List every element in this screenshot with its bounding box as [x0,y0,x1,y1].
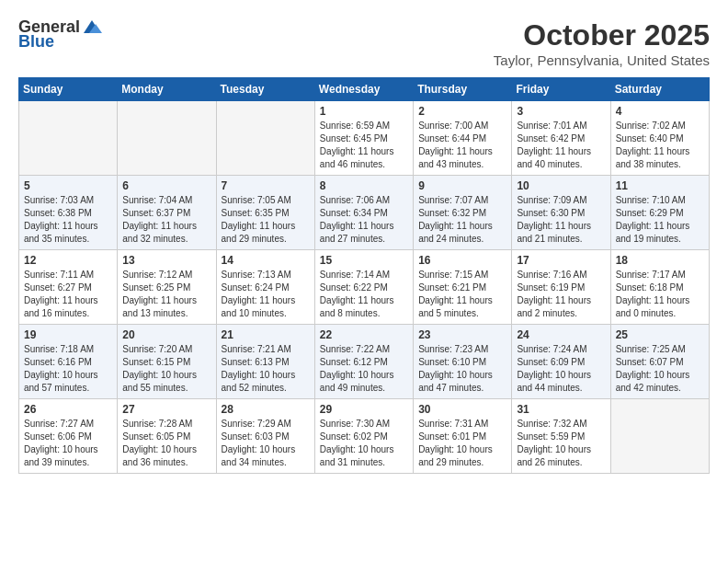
day-number: 13 [122,254,210,267]
day-info: Sunrise: 7:20 AMSunset: 6:15 PMDaylight:… [122,343,210,395]
day-info: Sunrise: 7:27 AMSunset: 6:06 PMDaylight:… [24,418,112,469]
day-info: Sunrise: 7:23 AMSunset: 6:10 PMDaylight:… [418,343,506,395]
day-info: Sunrise: 7:06 AMSunset: 6:34 PMDaylight:… [320,194,408,246]
calendar-cell: 31Sunrise: 7:32 AMSunset: 5:59 PMDayligh… [512,399,610,474]
day-info: Sunrise: 7:01 AMSunset: 6:42 PMDaylight:… [517,120,605,171]
day-info: Sunrise: 7:11 AMSunset: 6:27 PMDaylight:… [24,269,112,320]
calendar-week-row: 26Sunrise: 7:27 AMSunset: 6:06 PMDayligh… [19,399,710,474]
calendar-cell: 8Sunrise: 7:06 AMSunset: 6:34 PMDaylight… [314,176,413,250]
day-info: Sunrise: 7:18 AMSunset: 6:16 PMDaylight:… [24,343,112,395]
calendar-cell: 6Sunrise: 7:04 AMSunset: 6:37 PMDaylight… [118,176,216,250]
calendar-cell: 20Sunrise: 7:20 AMSunset: 6:15 PMDayligh… [118,325,216,399]
calendar-cell: 2Sunrise: 7:00 AMSunset: 6:44 PMDaylight… [414,101,512,176]
calendar-cell: 16Sunrise: 7:15 AMSunset: 6:21 PMDayligh… [414,250,512,325]
calendar-table: Sunday Monday Tuesday Wednesday Thursday… [18,77,710,474]
day-number: 26 [24,403,112,416]
logo-blue: Blue [18,33,54,52]
calendar-cell: 23Sunrise: 7:23 AMSunset: 6:10 PMDayligh… [414,325,512,399]
calendar-cell: 29Sunrise: 7:30 AMSunset: 6:02 PMDayligh… [314,399,413,474]
day-number: 2 [418,105,506,118]
calendar-cell: 3Sunrise: 7:01 AMSunset: 6:42 PMDaylight… [512,101,610,176]
day-number: 22 [320,328,408,341]
title-block: October 2025 Taylor, Pennsylvania, Unite… [494,18,710,68]
day-number: 4 [616,105,704,118]
calendar-cell: 28Sunrise: 7:29 AMSunset: 6:03 PMDayligh… [216,399,314,474]
day-number: 14 [222,254,310,267]
calendar-cell: 14Sunrise: 7:13 AMSunset: 6:24 PMDayligh… [216,250,314,325]
day-info: Sunrise: 7:10 AMSunset: 6:29 PMDaylight:… [616,194,704,246]
day-number: 6 [122,179,210,192]
logo: General Blue [18,18,102,52]
day-number: 17 [517,254,605,267]
calendar-cell [216,101,314,176]
calendar-cell [19,101,118,176]
calendar-cell: 10Sunrise: 7:09 AMSunset: 6:30 PMDayligh… [512,176,610,250]
day-info: Sunrise: 7:32 AMSunset: 5:59 PMDaylight:… [517,418,605,469]
day-number: 30 [418,403,506,416]
calendar-cell: 22Sunrise: 7:22 AMSunset: 6:12 PMDayligh… [314,325,413,399]
day-number: 3 [517,105,605,118]
calendar-cell: 25Sunrise: 7:25 AMSunset: 6:07 PMDayligh… [610,325,709,399]
calendar-week-row: 19Sunrise: 7:18 AMSunset: 6:16 PMDayligh… [19,325,710,399]
location-title: Taylor, Pennsylvania, United States [494,52,710,68]
calendar-cell [118,101,216,176]
day-number: 16 [418,254,506,267]
day-number: 10 [517,179,605,192]
day-info: Sunrise: 7:13 AMSunset: 6:24 PMDaylight:… [222,269,310,320]
header: General Blue October 2025 Taylor, Pennsy… [18,18,710,68]
day-info: Sunrise: 7:03 AMSunset: 6:38 PMDaylight:… [24,194,112,246]
calendar-cell: 4Sunrise: 7:02 AMSunset: 6:40 PMDaylight… [610,101,709,176]
calendar-cell: 21Sunrise: 7:21 AMSunset: 6:13 PMDayligh… [216,325,314,399]
day-number: 20 [122,328,210,341]
day-info: Sunrise: 7:21 AMSunset: 6:13 PMDaylight:… [222,343,310,395]
calendar-cell: 17Sunrise: 7:16 AMSunset: 6:19 PMDayligh… [512,250,610,325]
day-info: Sunrise: 7:17 AMSunset: 6:18 PMDaylight:… [616,269,704,320]
day-number: 31 [517,403,605,416]
calendar-cell: 12Sunrise: 7:11 AMSunset: 6:27 PMDayligh… [19,250,118,325]
day-number: 23 [418,328,506,341]
day-number: 8 [320,179,408,192]
calendar-cell: 26Sunrise: 7:27 AMSunset: 6:06 PMDayligh… [19,399,118,474]
col-saturday: Saturday [610,78,709,101]
calendar-cell: 11Sunrise: 7:10 AMSunset: 6:29 PMDayligh… [610,176,709,250]
day-number: 15 [320,254,408,267]
day-info: Sunrise: 7:15 AMSunset: 6:21 PMDaylight:… [418,269,506,320]
calendar-cell: 24Sunrise: 7:24 AMSunset: 6:09 PMDayligh… [512,325,610,399]
day-number: 19 [24,328,112,341]
day-number: 27 [122,403,210,416]
calendar-cell: 19Sunrise: 7:18 AMSunset: 6:16 PMDayligh… [19,325,118,399]
col-thursday: Thursday [414,78,512,101]
day-number: 9 [418,179,506,192]
day-info: Sunrise: 7:30 AMSunset: 6:02 PMDaylight:… [320,418,408,469]
calendar-week-row: 1Sunrise: 6:59 AMSunset: 6:45 PMDaylight… [19,101,710,176]
col-friday: Friday [512,78,610,101]
calendar-cell: 7Sunrise: 7:05 AMSunset: 6:35 PMDaylight… [216,176,314,250]
day-info: Sunrise: 7:25 AMSunset: 6:07 PMDaylight:… [616,343,704,395]
day-number: 11 [616,179,704,192]
calendar-cell: 13Sunrise: 7:12 AMSunset: 6:25 PMDayligh… [118,250,216,325]
month-title: October 2025 [494,18,710,52]
logo-icon [82,18,102,35]
calendar-cell: 1Sunrise: 6:59 AMSunset: 6:45 PMDaylight… [314,101,413,176]
day-info: Sunrise: 7:00 AMSunset: 6:44 PMDaylight:… [418,120,506,171]
calendar-week-row: 5Sunrise: 7:03 AMSunset: 6:38 PMDaylight… [19,176,710,250]
day-info: Sunrise: 7:31 AMSunset: 6:01 PMDaylight:… [418,418,506,469]
calendar-cell: 9Sunrise: 7:07 AMSunset: 6:32 PMDaylight… [414,176,512,250]
day-info: Sunrise: 6:59 AMSunset: 6:45 PMDaylight:… [320,120,408,171]
calendar-cell [610,399,709,474]
day-info: Sunrise: 7:12 AMSunset: 6:25 PMDaylight:… [122,269,210,320]
day-number: 29 [320,403,408,416]
day-number: 18 [616,254,704,267]
calendar-cell: 15Sunrise: 7:14 AMSunset: 6:22 PMDayligh… [314,250,413,325]
day-info: Sunrise: 7:16 AMSunset: 6:19 PMDaylight:… [517,269,605,320]
day-info: Sunrise: 7:09 AMSunset: 6:30 PMDaylight:… [517,194,605,246]
col-tuesday: Tuesday [216,78,314,101]
day-number: 5 [24,179,112,192]
day-info: Sunrise: 7:22 AMSunset: 6:12 PMDaylight:… [320,343,408,395]
day-info: Sunrise: 7:24 AMSunset: 6:09 PMDaylight:… [517,343,605,395]
day-number: 7 [222,179,310,192]
day-info: Sunrise: 7:28 AMSunset: 6:05 PMDaylight:… [122,418,210,469]
day-info: Sunrise: 7:02 AMSunset: 6:40 PMDaylight:… [616,120,704,171]
day-info: Sunrise: 7:29 AMSunset: 6:03 PMDaylight:… [222,418,310,469]
day-number: 28 [222,403,310,416]
